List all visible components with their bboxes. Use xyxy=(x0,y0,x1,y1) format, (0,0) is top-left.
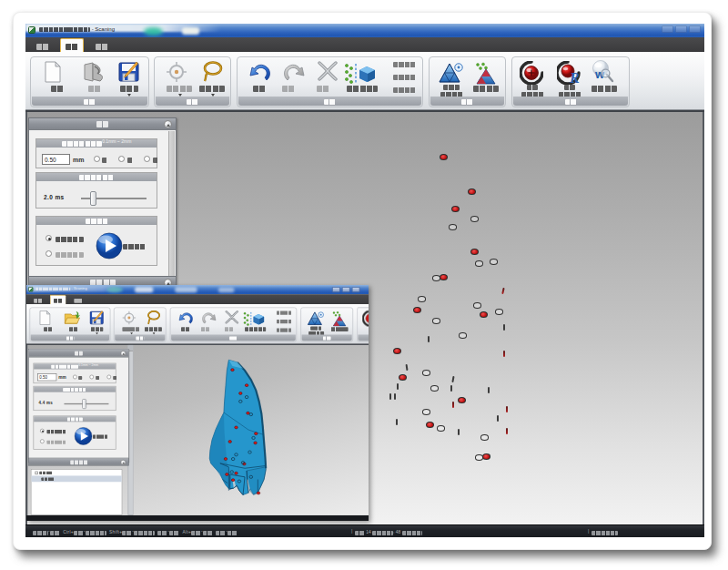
svg-text:R: R xyxy=(569,70,580,85)
